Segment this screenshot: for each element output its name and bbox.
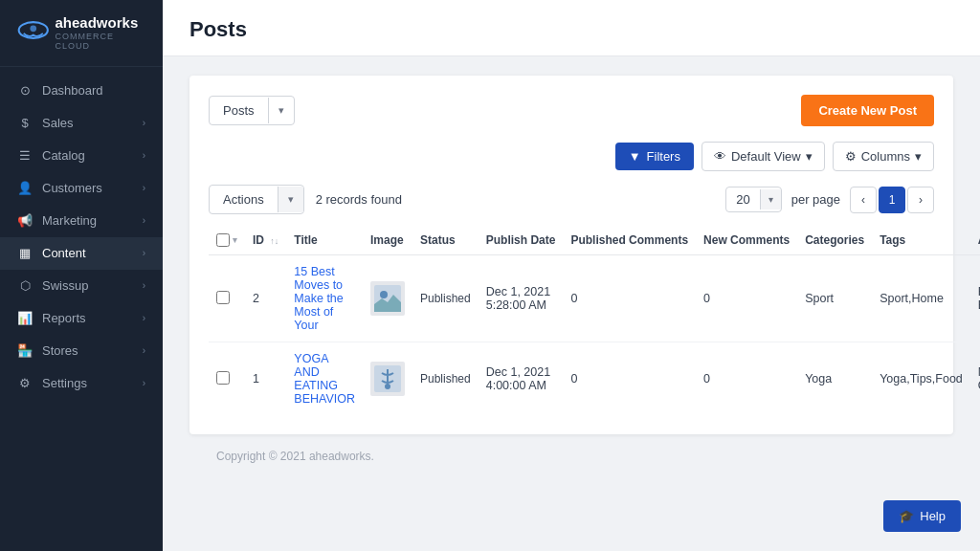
default-view-button[interactable]: 👁 Default View ▾ [702, 142, 825, 171]
row-categories: Yoga [797, 342, 872, 416]
help-button[interactable]: 🎓 Help [883, 500, 961, 532]
sidebar-item-reports[interactable]: 📊 Reports › [0, 302, 163, 335]
status-badge: Published [420, 292, 471, 305]
sidebar-item-content[interactable]: ▦ Content › [0, 237, 163, 270]
row-publish-date: Dec 1, 2021 4:00:00 AM [479, 342, 564, 416]
chevron-down-icon: ▾ [760, 189, 781, 209]
sidebar-item-marketing[interactable]: 📢 Marketing › [0, 205, 163, 237]
sidebar-item-label: Settings [42, 376, 87, 390]
th-author: Author [970, 226, 980, 255]
posts-dropdown[interactable]: Posts ▾ [209, 96, 295, 125]
row-author: Margaret O'Tama [970, 342, 980, 416]
sidebar-item-sales[interactable]: $ Sales › [0, 107, 163, 140]
chevron-down-icon: ▾ [233, 235, 237, 245]
chevron-right-icon: › [143, 215, 145, 226]
th-categories: Categories [797, 226, 872, 255]
footer: Copyright © 2021 aheadworks. [189, 434, 953, 478]
th-id: ID ↑↓ [245, 226, 286, 255]
filters-bar: ▼ Filters 👁 Default View ▾ ⚙ Columns ▾ [209, 142, 934, 171]
select-all-checkbox[interactable] [216, 233, 230, 247]
th-publish-date: Publish Date [479, 226, 564, 255]
posts-dropdown-label: Posts [210, 97, 268, 124]
chevron-down-icon: ▾ [278, 187, 303, 212]
posts-card: Posts ▾ Create New Post ▼ Filters 👁 Defa… [189, 76, 953, 434]
sidebar-item-label: Content [42, 246, 86, 260]
posts-table: ▾ ID ↑↓ Title Image Status Publish Date … [209, 226, 980, 415]
page-size-select[interactable]: 20 ▾ [725, 187, 781, 212]
row-title-link[interactable]: YOGA AND EATING BEHAVIOR [294, 352, 355, 406]
page-header: Posts [163, 0, 980, 56]
swissup-icon: ⬡ [17, 278, 33, 294]
row-title: 15 Best Moves to Make the Most of Your [286, 255, 363, 342]
chevron-right-icon: › [143, 118, 145, 128]
default-view-label: Default View [731, 149, 801, 164]
th-id-label: ID [253, 233, 264, 247]
records-found: 2 records found [316, 192, 402, 207]
table-row: 2 15 Best Moves to Make the Most of Your [209, 255, 980, 342]
sales-icon: $ [17, 116, 33, 131]
actions-bar: Actions ▾ 2 records found 20 ▾ per page … [209, 185, 934, 214]
row-status: Published [412, 255, 479, 342]
sidebar-item-label: Stores [42, 343, 78, 358]
sidebar-item-label: Catalog [42, 148, 85, 163]
row-title-link[interactable]: 15 Best Moves to Make the Most of Your [294, 265, 343, 332]
row-id: 1 [245, 342, 286, 416]
pagination: 20 ▾ per page ‹ 1 › [725, 187, 934, 213]
actions-dropdown[interactable]: Actions ▾ [209, 185, 304, 214]
chevron-right-icon: › [143, 378, 145, 388]
logo-name: aheadworks [56, 15, 145, 32]
row-published-comments: 0 [563, 255, 696, 342]
customers-icon: 👤 [17, 181, 33, 196]
page-1-button[interactable]: 1 [879, 187, 905, 213]
sidebar-item-label: Sales [42, 116, 74, 130]
chevron-right-icon: › [143, 150, 145, 161]
chevron-right-icon: › [143, 345, 145, 356]
filters-button[interactable]: ▼ Filters [615, 143, 694, 170]
reports-icon: 📊 [17, 311, 33, 326]
sidebar-nav: ⊙ Dashboard $ Sales › ☰ Catalog › 👤 Cust… [0, 67, 163, 552]
content-icon: ▦ [17, 246, 33, 261]
row-publish-date: Dec 1, 2021 5:28:00 AM [479, 255, 564, 342]
sidebar-item-customers[interactable]: 👤 Customers › [0, 172, 163, 205]
logo-sub: COMMERCE CLOUD [56, 32, 145, 51]
th-checkbox: ▾ [209, 226, 245, 255]
row-status: Published [412, 342, 479, 416]
catalog-icon: ☰ [17, 148, 33, 164]
actions-left: Actions ▾ 2 records found [209, 185, 402, 214]
row-checkbox[interactable] [216, 371, 230, 385]
sidebar-logo: aheadworks COMMERCE CLOUD [0, 0, 163, 67]
th-tags: Tags [872, 226, 970, 255]
gear-icon: ⚙ [845, 149, 857, 164]
sidebar-item-dashboard[interactable]: ⊙ Dashboard [0, 75, 163, 107]
help-button-label: Help [920, 509, 946, 523]
sidebar-item-swissup[interactable]: ⬡ Swissup › [0, 270, 163, 302]
sort-icon: ↑↓ [270, 236, 278, 246]
stores-icon: 🏪 [17, 343, 33, 359]
prev-page-button[interactable]: ‹ [850, 187, 877, 213]
help-icon: 🎓 [899, 509, 914, 523]
row-thumbnail [370, 281, 405, 316]
sidebar-item-label: Customers [42, 181, 102, 195]
main-content: Posts Posts ▾ Create New Post ▼ Filters … [163, 0, 980, 551]
create-new-post-button[interactable]: Create New Post [801, 95, 934, 126]
sidebar-item-settings[interactable]: ⚙ Settings › [0, 367, 163, 400]
sidebar-item-stores[interactable]: 🏪 Stores › [0, 335, 163, 367]
copyright-text: Copyright © 2021 aheadworks. [216, 450, 374, 463]
row-checkbox[interactable] [216, 291, 230, 304]
actions-dropdown-label: Actions [210, 186, 278, 213]
card-top-bar: Posts ▾ Create New Post [209, 95, 934, 126]
columns-button[interactable]: ⚙ Columns ▾ [833, 142, 934, 171]
dashboard-icon: ⊙ [17, 83, 33, 99]
row-title: YOGA AND EATING BEHAVIOR [286, 342, 363, 416]
next-page-button[interactable]: › [907, 187, 934, 213]
chevron-right-icon: › [143, 183, 145, 193]
marketing-icon: 📢 [17, 213, 33, 229]
th-status: Status [412, 226, 479, 255]
row-published-comments: 0 [563, 342, 696, 416]
settings-icon: ⚙ [17, 376, 33, 391]
row-tags: Yoga,Tips,Food [872, 342, 970, 416]
table-row: 1 YOGA AND EATING BEHAVIOR [209, 342, 980, 416]
chevron-down-icon: ▾ [915, 149, 922, 164]
sidebar-item-catalog[interactable]: ☰ Catalog › [0, 140, 163, 172]
columns-button-label: Columns [861, 149, 910, 164]
